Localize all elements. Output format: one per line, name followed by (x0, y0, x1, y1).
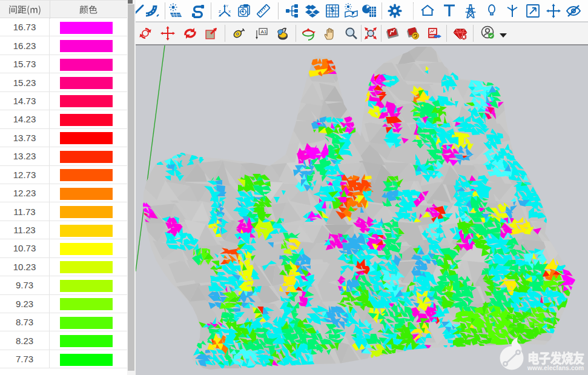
svg-text:X: X (228, 10, 231, 13)
svg-text:Z: Z (219, 10, 221, 13)
svg-text:A1: A1 (261, 29, 267, 35)
svg-text:Y: Y (226, 4, 228, 8)
svg-text:www.elecfans.com: www.elecfans.com (527, 365, 584, 371)
